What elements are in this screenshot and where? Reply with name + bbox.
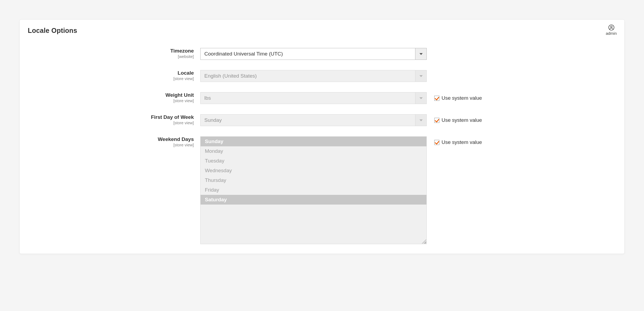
locale-fieldset: Timezone [website] Coordinated Universal… — [28, 48, 616, 244]
weekend-days-option: Monday — [201, 146, 426, 156]
weight-unit-use-system-checkbox[interactable]: Use system value — [434, 95, 482, 101]
admin-label: admin — [606, 31, 617, 36]
first-day-scope: [store view] — [28, 120, 194, 125]
timezone-scope: [website] — [28, 54, 194, 59]
checkbox-input[interactable] — [434, 140, 439, 145]
use-system-label: Use system value — [442, 95, 482, 101]
chevron-down-icon — [415, 92, 426, 104]
first-day-use-system-checkbox[interactable]: Use system value — [434, 117, 482, 123]
chevron-down-icon — [415, 115, 426, 126]
field-weight-unit: Weight Unit [store view] lbs Use system … — [28, 92, 616, 104]
checkbox-input[interactable] — [434, 96, 439, 101]
locale-select: English (United States) — [200, 70, 427, 82]
field-locale: Locale [store view] English (United Stat… — [28, 70, 616, 82]
use-system-label: Use system value — [442, 139, 482, 145]
weight-unit-value: lbs — [201, 92, 415, 104]
weekend-days-option: Friday — [201, 185, 426, 195]
admin-account-button[interactable]: admin — [606, 25, 617, 36]
locale-value: English (United States) — [201, 70, 415, 82]
chevron-down-icon[interactable] — [415, 48, 426, 60]
use-system-label: Use system value — [442, 117, 482, 123]
chevron-down-icon — [415, 70, 426, 82]
locale-scope: [store view] — [28, 76, 194, 81]
weekend-days-use-system-checkbox[interactable]: Use system value — [434, 139, 482, 145]
weekend-days-option: Saturday — [201, 195, 426, 205]
weekend-days-option: Wednesday — [201, 166, 426, 175]
weight-unit-label: Weight Unit — [166, 92, 194, 98]
user-icon — [608, 25, 615, 31]
weight-unit-select: lbs — [200, 92, 427, 104]
section-title: Locale Options — [28, 27, 616, 34]
weekend-days-scope: [store view] — [28, 143, 194, 147]
timezone-label: Timezone — [170, 48, 194, 54]
weekend-days-option: Sunday — [201, 137, 426, 146]
checkbox-input[interactable] — [434, 118, 439, 123]
weekend-days-option: Tuesday — [201, 156, 426, 166]
locale-label: Locale — [178, 70, 194, 76]
weight-unit-scope: [store view] — [28, 98, 194, 103]
field-weekend-days: Weekend Days [store view] SundayMondayTu… — [28, 136, 616, 244]
field-timezone: Timezone [website] Coordinated Universal… — [28, 48, 616, 60]
first-day-value: Sunday — [201, 115, 415, 126]
timezone-select[interactable]: Coordinated Universal Time (UTC) — [200, 48, 427, 60]
locale-options-panel: Locale Options admin Timezone [website] … — [19, 19, 625, 254]
weekend-days-option: Thursday — [201, 175, 426, 185]
svg-point-1 — [611, 26, 612, 28]
first-day-select: Sunday — [200, 114, 427, 126]
timezone-value: Coordinated Universal Time (UTC) — [201, 48, 415, 60]
weekend-days-label: Weekend Days — [158, 136, 194, 142]
field-first-day-of-week: First Day of Week [store view] Sunday Us… — [28, 114, 616, 126]
weekend-days-multiselect: SundayMondayTuesdayWednesdayThursdayFrid… — [200, 136, 427, 244]
first-day-label: First Day of Week — [151, 114, 194, 120]
